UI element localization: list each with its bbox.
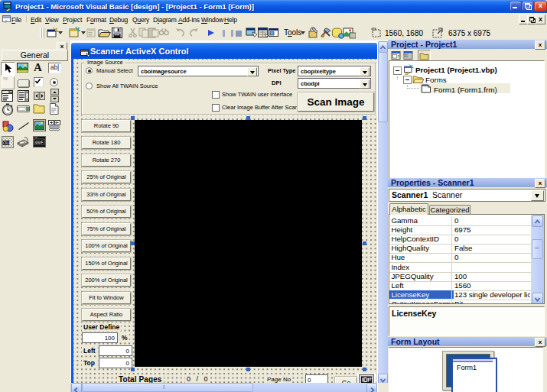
svg-text:OLE: OLE <box>3 141 11 145</box>
svg-text:00F: 00F <box>35 140 44 145</box>
